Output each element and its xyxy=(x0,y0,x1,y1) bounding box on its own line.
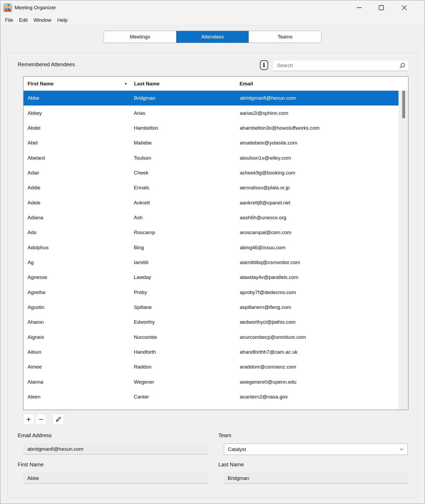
search-box xyxy=(273,60,409,71)
cell-first: Aigneis xyxy=(24,334,130,340)
table-row[interactable]: AddieEnnalsaennalsou@plala.or.jp xyxy=(24,180,399,195)
table-body: AbbeBridgmanabridgmanfi@hexun.comAbbeyAr… xyxy=(24,91,408,410)
table-row[interactable]: AdoRoscamparoscampal@com.com xyxy=(24,225,399,240)
minimize-button[interactable] xyxy=(351,2,367,13)
cell-email: araddonr@comsenz.com xyxy=(236,364,399,370)
cell-first: Alejandra xyxy=(24,409,130,410)
email-address-field[interactable] xyxy=(24,444,208,454)
table-row[interactable]: AdeleAnkrettaankrettj8@cpanel.net xyxy=(24,195,399,210)
main-content: Meetings Attendees Teams Remembered Atte… xyxy=(0,25,425,504)
cell-first: Agretha xyxy=(24,290,130,295)
sort-descending-icon: ▾ xyxy=(125,82,127,86)
table-row[interactable]: AbelMatiebeamatiebeiv@yolasite.com xyxy=(24,135,399,150)
app-window: Meeting Organizer File Edit Window Help … xyxy=(0,0,425,504)
plus-icon: + xyxy=(26,415,31,423)
cell-last: Bridgman xyxy=(130,95,236,101)
table-row[interactable]: AigneisNurcombeanurcombecp@omniture.com xyxy=(24,330,399,345)
scrollbar-thumb[interactable] xyxy=(402,91,405,118)
column-header-last-name[interactable]: Last Name xyxy=(130,77,236,91)
table-row[interactable]: AimeeRaddonaraddonr@comsenz.com xyxy=(24,360,399,374)
close-icon xyxy=(401,5,408,11)
search-input[interactable] xyxy=(273,60,408,71)
cell-first: Abbe xyxy=(24,95,130,101)
cell-first: Alanna xyxy=(24,379,130,385)
cell-last: Canter xyxy=(130,394,236,400)
maximize-icon xyxy=(378,5,384,11)
team-selected-value: Catalyst xyxy=(228,446,246,452)
column-header-first-name[interactable]: First Name ▾ xyxy=(24,77,130,91)
cell-email: acheek9g@booking.com xyxy=(236,170,399,176)
tab-attendees[interactable]: Attendees xyxy=(176,31,249,43)
pencil-icon xyxy=(55,416,61,423)
table-row[interactable]: AgnesseLawdayalawday4v@parallels.com xyxy=(24,270,399,285)
table-row[interactable]: AgustinSpillaneaspillanern@ifeng.com xyxy=(24,300,399,315)
column-header-email[interactable]: Email xyxy=(236,77,408,91)
cell-last: Wegener xyxy=(130,379,236,385)
table-row[interactable]: AlannaWegenerawegenere0@upenn.edu xyxy=(24,375,399,389)
maximize-button[interactable] xyxy=(373,2,389,13)
cell-last: Toulson xyxy=(130,155,236,161)
cell-first: Ado xyxy=(24,230,130,235)
cell-email: aproby7f@dedecms.com xyxy=(236,290,399,295)
first-name-label: First Name xyxy=(18,462,44,468)
menu-file[interactable]: File xyxy=(2,15,16,25)
table-row[interactable]: AgrethaProbyaproby7f@dedecms.com xyxy=(24,285,399,300)
table-toolbar: + − xyxy=(23,414,64,425)
table-row[interactable]: AdairCheekacheek9g@booking.com xyxy=(24,165,399,180)
cell-last: Roscamp xyxy=(130,230,236,235)
cell-email: aiamittiibq@csmonitor.com xyxy=(236,260,399,265)
cell-email: aash6h@unesco.org xyxy=(236,215,399,221)
menu-help[interactable]: Help xyxy=(54,15,70,25)
cell-email: abridgmanfi@hexun.com xyxy=(236,95,399,101)
cell-last: Ankrett xyxy=(130,200,236,206)
add-attendee-button[interactable]: + xyxy=(23,414,34,425)
cell-first: Aimee xyxy=(24,364,130,370)
remove-attendee-button[interactable]: − xyxy=(36,414,47,425)
table-row[interactable]: AharonEdworthyaedworthycl@jiathis.com xyxy=(24,315,399,330)
cell-first: Addie xyxy=(24,185,130,191)
cell-last: Proby xyxy=(130,290,236,295)
cell-last: Ennals xyxy=(130,185,236,191)
table-row[interactable]: AbbeBridgmanabridgmanfi@hexun.com xyxy=(24,91,399,106)
last-name-field[interactable] xyxy=(224,473,408,484)
vertical-scrollbar[interactable] xyxy=(399,91,408,410)
cell-last: Nurcombe xyxy=(130,334,236,340)
cell-email: acantern2@nasa.gov xyxy=(236,394,399,400)
cell-email: aroscampal@com.com xyxy=(236,230,399,235)
cell-email: abing46@issuu.com xyxy=(236,245,399,251)
table-row[interactable]: AdianaAshaash6h@unesco.org xyxy=(24,210,399,225)
team-label: Team xyxy=(218,432,231,439)
cell-last: Iamittii xyxy=(130,260,236,265)
cell-email: ahambelton3o@howstuffworks.com xyxy=(236,125,399,131)
tab-meetings[interactable]: Meetings xyxy=(104,31,176,43)
close-button[interactable] xyxy=(396,2,412,13)
table-row[interactable]: AbelardToulsonatoulson1x@wiley.com xyxy=(24,150,399,165)
cell-email: amatiebeiv@yolasite.com xyxy=(236,140,399,146)
cell-last: Handforth xyxy=(130,349,236,355)
cell-email: aedworthycl@jiathis.com xyxy=(236,319,399,325)
edit-attendee-button[interactable] xyxy=(53,414,64,425)
team-select[interactable]: Catalyst xyxy=(224,444,408,455)
cell-email: anurcombecp@omniture.com xyxy=(236,334,399,340)
info-button[interactable]: i xyxy=(258,59,270,71)
tab-teams[interactable]: Teams xyxy=(249,31,321,43)
cell-email: aspillanern@ifeng.com xyxy=(236,304,399,310)
table-row[interactable]: AgIamittiiaiamittiibq@csmonitor.com xyxy=(24,255,399,270)
cell-last: Ash xyxy=(130,215,236,221)
table-row[interactable]: AbbeyAriasaarias2i@sphinn.com xyxy=(24,106,399,120)
cell-first: Adolphus xyxy=(24,245,130,251)
table-row[interactable]: AilsunHandforthahandforthh7@cam.ac.uk xyxy=(24,345,399,360)
table-row[interactable]: AdolphusBingabing46@issuu.com xyxy=(24,240,399,255)
menu-edit[interactable]: Edit xyxy=(16,15,31,25)
table-row[interactable]: AbdelHambeltonahambelton3o@howstuffworks… xyxy=(24,121,399,135)
first-name-field[interactable] xyxy=(24,473,208,484)
window-title: Meeting Organizer xyxy=(15,5,56,11)
table-row[interactable]: AlejandraTancockatancocknd@miitbeian.gov… xyxy=(24,404,399,410)
minus-icon: − xyxy=(39,415,43,423)
cell-last: Tancock xyxy=(130,409,236,410)
cell-first: Aleen xyxy=(24,394,130,400)
table-row[interactable]: AleenCanteracantern2@nasa.gov xyxy=(24,389,399,404)
cell-email: aennalsou@plala.or.jp xyxy=(236,185,399,191)
cell-email: aarias2i@sphinn.com xyxy=(236,110,399,116)
menu-window[interactable]: Window xyxy=(30,15,54,25)
